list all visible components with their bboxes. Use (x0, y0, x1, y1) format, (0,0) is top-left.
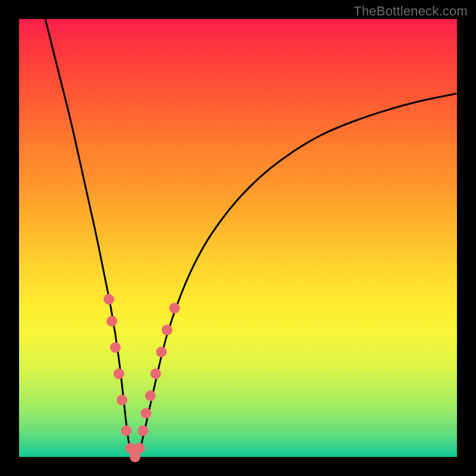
curve-marker (117, 394, 127, 405)
curve-marker (140, 408, 151, 418)
curve-markers (104, 294, 180, 462)
curve-marker (107, 316, 117, 327)
curve-marker (145, 390, 156, 401)
curve-marker (137, 425, 148, 436)
curve-marker (121, 425, 131, 436)
watermark-text: TheBottleneck.com (353, 4, 468, 19)
curve-marker (114, 368, 124, 379)
curve-marker (104, 294, 114, 305)
curve-marker (110, 342, 121, 353)
curve-svg (19, 19, 457, 457)
bottleneck-curve (45, 19, 457, 457)
plot-area (19, 19, 457, 457)
curve-marker (151, 368, 161, 379)
curve-marker (156, 346, 167, 357)
curve-marker (134, 443, 145, 453)
curve-marker (169, 303, 180, 314)
curve-marker (162, 325, 173, 336)
chart-frame: TheBottleneck.com (0, 0, 476, 476)
